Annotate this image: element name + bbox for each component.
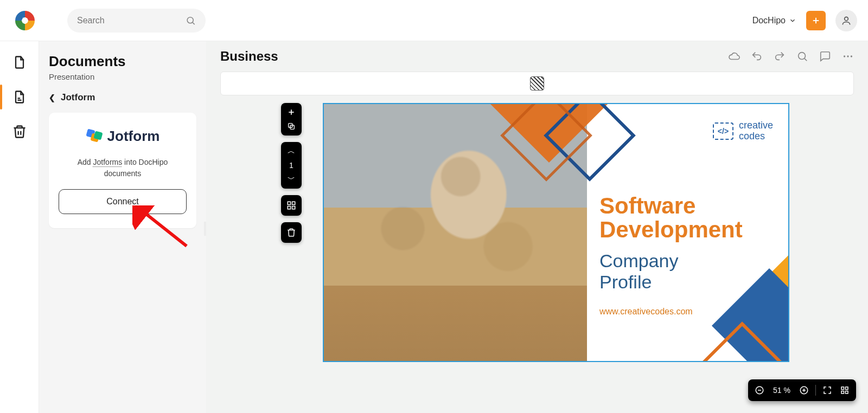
panel-back[interactable]: ❮ Jotform <box>49 92 196 103</box>
add-page-button[interactable] <box>284 106 298 118</box>
panel-title: Documents <box>49 53 196 70</box>
workspace-name: DocHipo <box>752 16 786 25</box>
plus-icon <box>287 108 296 117</box>
svg-line-1 <box>193 22 195 24</box>
svg-rect-28 <box>846 387 848 390</box>
headline-line1: Software <box>599 194 743 218</box>
svg-rect-19 <box>292 202 295 204</box>
svg-rect-18 <box>288 202 290 204</box>
search-field[interactable] <box>67 9 206 33</box>
jotform-logo: Jotform <box>59 128 187 145</box>
page-grid-button[interactable] <box>281 195 302 216</box>
slide-text-area: </> creative codes Software Development … <box>599 120 773 345</box>
document-header: Business <box>206 41 868 72</box>
code-icon: </> <box>713 122 733 140</box>
comment-icon[interactable] <box>819 50 831 62</box>
plus-icon <box>811 16 821 25</box>
svg-line-10 <box>805 59 807 61</box>
file-icon <box>12 55 27 70</box>
document-title: Business <box>220 49 278 64</box>
search-input[interactable] <box>77 16 186 25</box>
slide-brand-text: creative codes <box>739 120 773 142</box>
trash-icon <box>12 124 27 139</box>
svg-rect-21 <box>292 206 295 209</box>
rail-templates[interactable] <box>10 88 29 106</box>
svg-rect-20 <box>288 206 290 209</box>
trash-icon <box>286 228 296 237</box>
more-icon[interactable] <box>842 50 854 62</box>
jotform-wordmark: Jotform <box>107 128 160 145</box>
grid-view-button[interactable] <box>839 384 851 396</box>
editor-stage: ︿ 1 ﹀ </> creative codes <box>220 103 854 362</box>
rail-documents[interactable] <box>10 53 29 72</box>
desc-prefix: Add <box>78 158 93 166</box>
integration-description: Add Jotforms into DocHipo documents <box>59 157 187 179</box>
document-toolbar <box>728 50 854 62</box>
chevron-left-icon: ❮ <box>49 93 55 102</box>
sub-line1: Company <box>599 250 679 272</box>
slide-canvas[interactable]: </> creative codes Software Development … <box>323 103 789 362</box>
left-rail <box>0 41 39 413</box>
zoom-bar: 51 % <box>748 379 856 401</box>
panel-subtitle: Presentation <box>49 72 196 81</box>
integration-card: Jotform Add Jotforms into DocHipo docume… <box>49 113 196 228</box>
context-toolbar <box>220 72 854 95</box>
grid-icon <box>286 201 296 210</box>
page-next[interactable]: ﹀ <box>284 173 298 185</box>
page-number: 1 <box>284 159 298 171</box>
page-delete-button[interactable] <box>281 222 302 243</box>
undo-icon[interactable] <box>751 50 763 62</box>
desc-link[interactable]: Jotforms <box>93 158 123 166</box>
grid-icon <box>840 385 850 395</box>
copy-icon <box>287 122 296 131</box>
rail-trash[interactable] <box>10 122 29 141</box>
panel-back-label: Jotform <box>61 92 95 103</box>
zoom-out-button[interactable] <box>754 384 765 396</box>
page-nav-group: ︿ 1 ﹀ <box>281 142 302 189</box>
redo-icon[interactable] <box>774 50 786 62</box>
svg-point-13 <box>851 55 852 57</box>
account-button[interactable] <box>835 10 857 31</box>
svg-rect-30 <box>846 391 848 394</box>
workspace-dropdown[interactable]: DocHipo <box>752 16 796 25</box>
create-button[interactable] <box>806 11 826 30</box>
headline-line2: Development <box>599 218 743 242</box>
canvas-area: Business ︿ 1 ﹀ <box>206 41 868 413</box>
svg-point-0 <box>187 17 193 23</box>
svg-rect-29 <box>841 391 844 394</box>
zoom-in-button[interactable] <box>798 384 810 396</box>
file-text-icon <box>12 89 27 105</box>
cloud-sync-icon[interactable] <box>728 50 740 62</box>
sub-line2: Profile <box>599 272 679 293</box>
top-bar: DocHipo <box>0 0 868 41</box>
slide-headline[interactable]: Software Development <box>599 194 743 242</box>
svg-point-12 <box>847 55 848 57</box>
brand-line2: codes <box>739 131 773 142</box>
side-panel: Documents Presentation ❮ Jotform Jotform… <box>39 41 206 413</box>
background-pattern-button[interactable] <box>530 76 544 91</box>
connect-button[interactable]: Connect <box>59 189 187 214</box>
svg-point-11 <box>844 55 845 57</box>
svg-rect-27 <box>841 387 844 390</box>
user-icon <box>841 15 852 26</box>
separator <box>815 385 816 396</box>
slide-subheadline[interactable]: Company Profile <box>599 250 679 293</box>
svg-point-9 <box>799 53 806 60</box>
minus-circle-icon <box>755 385 764 395</box>
brand-line1: creative <box>739 120 773 131</box>
slide-url[interactable]: www.creativecodes.com <box>599 307 693 317</box>
jotform-mark-icon <box>86 128 102 145</box>
chevron-down-icon <box>789 17 796 24</box>
page-add-group <box>281 103 302 135</box>
plus-circle-icon <box>799 385 809 395</box>
duplicate-page-button[interactable] <box>284 120 298 132</box>
search-icon <box>186 15 196 26</box>
app-logo[interactable] <box>15 11 35 30</box>
find-icon[interactable] <box>796 50 808 62</box>
expand-icon <box>822 385 832 395</box>
fullscreen-button[interactable] <box>821 384 833 396</box>
page-controls: ︿ 1 ﹀ <box>281 103 302 243</box>
zoom-value: 51 % <box>771 386 793 395</box>
slide-brand-logo[interactable]: </> creative codes <box>713 120 773 142</box>
page-prev[interactable]: ︿ <box>284 145 298 157</box>
